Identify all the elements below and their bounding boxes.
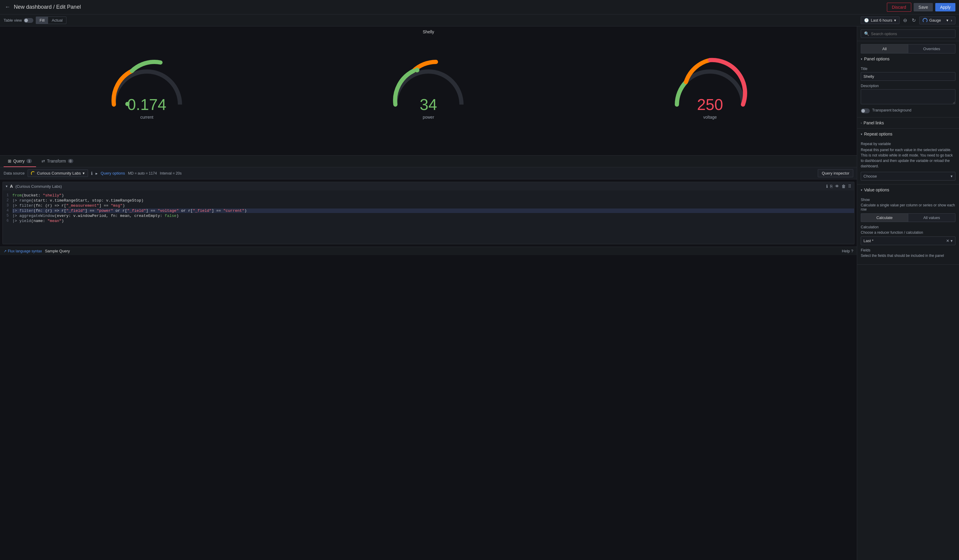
flux-syntax-button[interactable]: ↗ Flux language syntax — [3, 249, 42, 253]
query-inspector-button[interactable]: Query inspector — [818, 169, 853, 177]
panel-options-section: ▾ Panel options Title Description Transp… — [857, 54, 959, 118]
query-transform-tabs: ⊞ Query 1 ⇄ Transform 0 — [0, 156, 857, 167]
calculation-label: Calculation — [861, 225, 956, 229]
save-button[interactable]: Save — [914, 3, 933, 11]
fill-actual-group: Fill Actual — [36, 16, 67, 24]
select-chevron-down: ▾ — [951, 174, 953, 178]
query-options-button[interactable]: Query options — [100, 171, 125, 175]
collapse-button[interactable]: ▾ — [6, 184, 8, 188]
preview-resize-handle[interactable] — [0, 154, 857, 155]
gauges-container: 0.174 current 34 — [0, 35, 857, 138]
description-input[interactable] — [861, 89, 956, 104]
repeat-description: Repeat this panel for each value in the … — [861, 147, 956, 169]
gauge-voltage-label: voltage — [703, 115, 717, 119]
gauge-selector[interactable]: Gauge ▾ › — [919, 16, 956, 24]
show-desc: Calculate a single value per column or s… — [861, 203, 956, 212]
back-button[interactable]: ← — [3, 3, 11, 11]
help-label: Help — [842, 249, 850, 253]
query-options-arrow: ▸ — [96, 171, 98, 176]
sample-query-button[interactable]: Sample Query — [45, 249, 70, 253]
tab-all[interactable]: All — [861, 44, 908, 54]
panel-links-chevron-right: › — [861, 121, 862, 125]
svg-point-1 — [414, 68, 419, 72]
time-range-chevron: ▾ — [894, 18, 896, 22]
panel-options-header[interactable]: ▾ Panel options — [857, 54, 959, 64]
gauge-power: 34 power — [288, 54, 569, 119]
query-block-header: ▾ A (Curious Community Labs) ℹ ⎘ 👁 🗑 ⠿ — [3, 182, 854, 191]
transform-tab-icon: ⇄ — [41, 159, 45, 164]
table-view-toggle[interactable] — [24, 18, 33, 23]
time-range-button[interactable]: 🕐 Last 6 hours ▾ — [861, 16, 900, 24]
repeat-options-body: Repeat by variable Repeat this panel for… — [857, 139, 959, 184]
page-title: New dashboard / Edit Panel — [14, 4, 884, 10]
panel-links-header[interactable]: › Panel links — [857, 118, 959, 128]
query-editor-area: Data source Curious Community Labs ▾ ℹ ▸… — [0, 167, 857, 560]
query-delete-btn[interactable]: 🗑 — [841, 184, 846, 189]
query-letter: A — [10, 184, 13, 189]
zoom-out-icon: ⊖ — [903, 18, 907, 23]
value-options-chevron: ▾ — [861, 188, 862, 192]
gauge-voltage: 250 voltage — [569, 54, 851, 119]
fields-field-row: Fields Select the fields that should be … — [861, 248, 956, 258]
all-values-btn[interactable]: All values — [908, 213, 956, 222]
fill-button[interactable]: Fill — [36, 17, 48, 24]
tab-query[interactable]: ⊞ Query 1 — [3, 156, 36, 167]
search-options: 🔍 — [857, 26, 959, 41]
gauge-current-value: 0.174 — [127, 95, 166, 114]
clear-calculation-icon[interactable]: ✕ ▾ — [946, 239, 953, 243]
calculate-btn[interactable]: Calculate — [861, 213, 908, 222]
datasource-select[interactable]: Curious Community Labs ▾ — [28, 169, 88, 177]
query-md-label: MD = auto = 1174 — [128, 171, 157, 175]
query-actions: ℹ ⎘ 👁 🗑 ⠿ — [826, 184, 851, 189]
zoom-out-button[interactable]: ⊖ — [902, 16, 908, 24]
calculation-select[interactable]: Last * ✕ ▾ — [861, 236, 956, 245]
discard-button[interactable]: Discard — [887, 3, 911, 12]
tab-transform[interactable]: ⇄ Transform 0 — [37, 156, 77, 167]
repeat-variable-select[interactable]: Choose ▾ — [861, 172, 956, 181]
query-ds-name: (Curious Community Labs) — [15, 184, 62, 189]
repeat-by-variable-label: Repeat by variable — [861, 142, 956, 146]
code-editor[interactable]: 1 from(bucket: "shelly") 2 |> range(star… — [3, 191, 854, 244]
query-tab-label: Query — [13, 159, 25, 164]
apply-button[interactable]: Apply — [935, 3, 956, 11]
show-label: Show — [861, 198, 956, 202]
flux-syntax-label: Flux language syntax — [8, 249, 42, 253]
calculation-desc: Choose a reducer function / calculation — [861, 231, 956, 235]
query-drag-btn[interactable]: ⠿ — [848, 184, 851, 189]
value-options-header[interactable]: ▾ Value options — [857, 185, 959, 195]
repeat-options-header[interactable]: ▾ Repeat options — [857, 129, 959, 139]
help-button[interactable]: Help ? — [842, 249, 853, 253]
title-field-row: Title — [861, 67, 956, 81]
search-icon: 🔍 — [864, 31, 869, 36]
transparent-bg-toggle[interactable] — [861, 108, 870, 113]
description-field-row: Description — [861, 84, 956, 105]
repeat-options-label: Repeat options — [864, 132, 892, 137]
actual-button[interactable]: Actual — [48, 17, 66, 24]
search-input[interactable] — [871, 32, 952, 36]
tab-overrides[interactable]: Overrides — [908, 44, 956, 54]
transform-tab-label: Transform — [47, 159, 66, 164]
repeat-options-chevron: ▾ — [861, 132, 862, 136]
gauge-chevron-down: ▾ — [946, 18, 948, 22]
right-panel: 🔍 All Overrides ▾ Panel options Title De… — [857, 26, 959, 560]
query-copy-btn[interactable]: ⎘ — [830, 184, 833, 189]
query-info-btn[interactable]: ℹ — [826, 184, 828, 189]
search-input-wrap: 🔍 — [861, 29, 956, 38]
info-button[interactable]: ℹ — [91, 171, 92, 176]
query-tab-count: 1 — [26, 159, 32, 163]
gauge-power-label: power — [423, 115, 434, 119]
show-options-row: Calculate All values — [861, 213, 956, 222]
transform-tab-count: 0 — [68, 159, 73, 163]
datasource-icon — [31, 171, 35, 175]
refresh-button[interactable]: ↻ — [911, 16, 917, 24]
title-input[interactable] — [861, 72, 956, 81]
code-line-6: 6 |> yield(name: "mean") — [3, 218, 854, 224]
datasource-name: Curious Community Labs — [37, 171, 81, 175]
main-layout: Shelly 0.174 — [0, 26, 959, 560]
datasource-label: Data source — [3, 171, 25, 175]
query-eye-btn[interactable]: 👁 — [835, 184, 839, 189]
transparent-bg-label: Transparent background — [872, 108, 911, 112]
time-range-label: Last 6 hours — [871, 18, 892, 22]
datasource-bar: Data source Curious Community Labs ▾ ℹ ▸… — [0, 167, 857, 179]
transparent-bg-row: Transparent background — [861, 108, 956, 114]
